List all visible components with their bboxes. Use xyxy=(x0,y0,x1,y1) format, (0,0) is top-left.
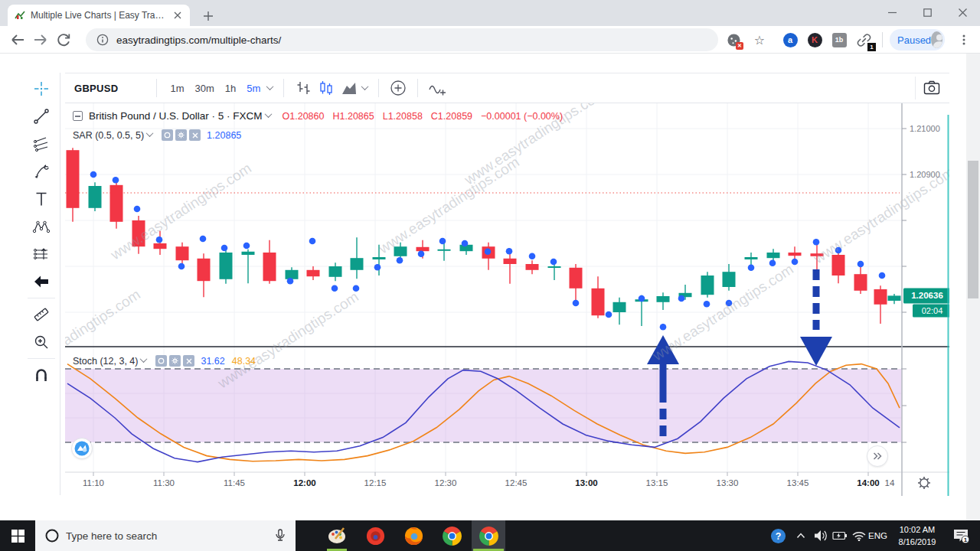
taskbar-torch-icon[interactable] xyxy=(358,520,392,551)
svg-text:1: 1 xyxy=(964,536,968,543)
timeframe-30m[interactable]: 30m xyxy=(189,80,219,97)
ohlc-low: L1.20858 xyxy=(383,111,423,122)
chevron-down-icon[interactable] xyxy=(361,83,369,90)
new-tab-button[interactable] xyxy=(199,7,217,25)
sar-label[interactable]: SAR (0.5, 0.5, 5) xyxy=(73,130,144,141)
ohlc-open: O1.20860 xyxy=(283,111,325,122)
area-style-button[interactable] xyxy=(338,77,361,99)
taskbar-clock[interactable]: 10:02 AM 8/16/2019 xyxy=(890,523,945,548)
price-chart[interactable]: www.easytradingtips.comwww.easytradingti… xyxy=(65,103,949,496)
taskbar-chrome-icon[interactable] xyxy=(435,520,469,551)
back-button[interactable] xyxy=(6,28,29,51)
magnet-icon xyxy=(31,365,51,385)
taskbar-search[interactable] xyxy=(35,520,296,551)
time-axis[interactable] xyxy=(65,472,902,495)
url-text: easytradingtips.com/multiple-charts/ xyxy=(116,34,281,46)
minimize-button[interactable] xyxy=(874,0,910,24)
crosshair-tool[interactable] xyxy=(23,75,60,103)
eye-icon[interactable] xyxy=(162,129,173,141)
ruler-tool[interactable] xyxy=(23,301,60,328)
browser-tab[interactable]: Multiple Live Charts | Easy Tradin xyxy=(8,5,190,26)
arrow-marker-tool[interactable] xyxy=(23,268,60,295)
tab-title: Multiple Live Charts | Easy Tradin xyxy=(31,10,167,21)
brush-icon xyxy=(31,161,51,181)
close-icon[interactable] xyxy=(183,355,194,367)
site-info-icon[interactable] xyxy=(96,34,109,46)
legend-title[interactable]: British Pound / U.S. Dollar · 5 · FXCM xyxy=(89,110,263,122)
sell-arrow xyxy=(800,269,832,366)
ohlc-change: −0.00001 (−0.00%) xyxy=(481,111,563,122)
battery-icon[interactable] xyxy=(829,520,851,551)
forecast-tool[interactable] xyxy=(23,240,60,268)
link-badge: 1 xyxy=(867,43,876,51)
symbol-label[interactable]: GBPUSD xyxy=(74,83,118,94)
action-center-icon[interactable]: 1 xyxy=(948,520,974,551)
windows-taskbar: ? ENG 10:02 AM xyxy=(0,520,980,551)
link-extension-icon[interactable]: 1 xyxy=(853,29,874,51)
chart-settings-gear-icon[interactable] xyxy=(916,474,933,491)
language-indicator[interactable]: ENG xyxy=(868,520,887,551)
taskbar-paint-icon[interactable] xyxy=(320,520,354,551)
start-button[interactable] xyxy=(0,520,35,551)
price-axis[interactable] xyxy=(902,103,949,472)
sar-value: 1.20865 xyxy=(207,130,241,141)
page-scrollbar[interactable] xyxy=(966,54,980,520)
gann-fib-tool[interactable] xyxy=(23,130,60,158)
tradingview-logo[interactable] xyxy=(71,438,93,459)
chevron-down-icon[interactable] xyxy=(266,83,274,90)
timeframe-1h[interactable]: 1h xyxy=(220,80,241,97)
sync-paused-button[interactable]: Paused xyxy=(890,29,945,51)
tab-close-icon[interactable] xyxy=(172,9,184,21)
chevron-down-icon[interactable] xyxy=(264,110,272,118)
sar-legend: SAR (0.5, 0.5, 5) 1.20865 xyxy=(73,129,248,141)
taskbar-firefox-icon[interactable] xyxy=(397,520,430,551)
extension-k-icon[interactable]: K xyxy=(804,29,825,51)
stoch-legend: Stoch (12, 3, 4) 31.62 48.34 xyxy=(73,355,263,367)
next-chart-button[interactable] xyxy=(867,445,888,467)
help-icon[interactable]: ? xyxy=(767,520,789,551)
extension-a-icon[interactable]: a xyxy=(779,29,801,51)
bars-style-button[interactable] xyxy=(292,77,315,99)
extension-1b-icon[interactable]: 1b xyxy=(828,29,850,51)
trend-line-icon xyxy=(31,106,51,126)
magnet-tool[interactable] xyxy=(23,361,60,389)
forward-button[interactable] xyxy=(29,28,52,51)
timeframe-5m[interactable]: 5m xyxy=(241,80,266,97)
xabcd-pattern-tool[interactable] xyxy=(23,213,60,240)
maximize-button[interactable] xyxy=(910,0,945,24)
settings-gear-icon[interactable] xyxy=(169,355,181,367)
brush-tool[interactable] xyxy=(23,158,60,185)
browser-menu-icon[interactable] xyxy=(952,28,975,51)
reload-button[interactable] xyxy=(52,28,75,51)
tray-chevron-up-icon[interactable] xyxy=(790,520,812,551)
address-bar[interactable]: easytradingtips.com/multiple-charts/ xyxy=(86,28,718,51)
stoch-band xyxy=(65,369,902,442)
snapshot-camera-button[interactable] xyxy=(920,77,943,99)
chevron-down-icon[interactable] xyxy=(140,355,148,363)
zoom-in-tool[interactable] xyxy=(23,328,60,356)
scrollbar-thumb[interactable] xyxy=(968,161,978,298)
bookmark-star-icon[interactable]: ☆ xyxy=(749,29,770,51)
cookie-extension-icon[interactable]: ✕ xyxy=(723,29,744,51)
stoch-label[interactable]: Stoch (12, 3, 4) xyxy=(73,356,138,367)
taskbar-chrome-active-icon[interactable] xyxy=(472,520,505,551)
trend-line-tool[interactable] xyxy=(23,103,60,130)
text-tool[interactable] xyxy=(23,185,60,213)
close-icon[interactable] xyxy=(189,129,201,141)
candles-style-button[interactable] xyxy=(315,77,338,99)
indicators-button[interactable] xyxy=(426,77,449,99)
volume-icon[interactable] xyxy=(810,520,831,551)
settings-gear-icon[interactable] xyxy=(175,129,187,141)
profile-avatar xyxy=(931,31,942,48)
close-button[interactable] xyxy=(945,0,980,24)
search-input[interactable] xyxy=(66,530,257,542)
drawing-toolbar xyxy=(23,75,60,389)
chevron-down-icon[interactable] xyxy=(146,129,154,137)
wifi-icon[interactable] xyxy=(848,520,870,551)
compare-button[interactable] xyxy=(387,77,410,99)
microphone-icon[interactable] xyxy=(274,528,286,543)
eye-icon[interactable] xyxy=(155,355,167,367)
ohlc-high: H1.20865 xyxy=(332,111,374,122)
collapse-icon[interactable] xyxy=(73,111,83,121)
timeframe-1m[interactable]: 1m xyxy=(165,80,189,97)
